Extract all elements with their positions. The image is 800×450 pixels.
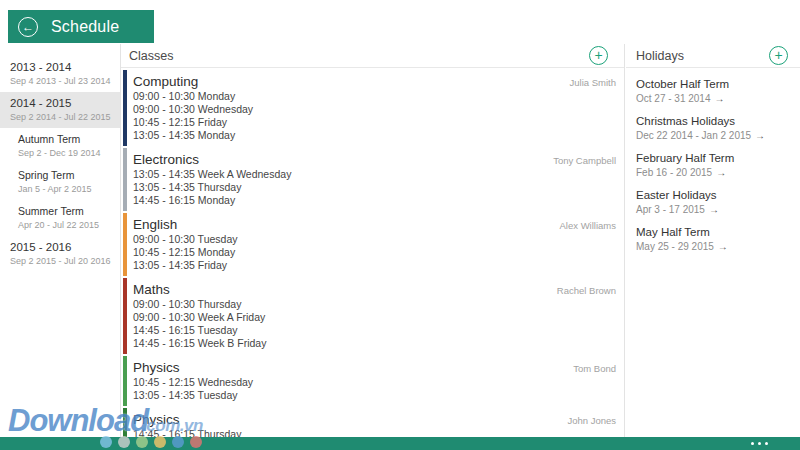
class-session: 14:45 - 16:15 Monday xyxy=(133,194,616,207)
watermark-dot xyxy=(100,436,112,448)
class-name: Computing xyxy=(133,74,198,90)
class-session: 13:05 - 14:35 Thursday xyxy=(133,181,616,194)
back-arrow-icon: ← xyxy=(22,20,34,32)
sidebar-term-item[interactable]: Summer TermApr 20 - Jul 22 2015 xyxy=(0,200,120,236)
sidebar-term-item[interactable]: Autumn TermSep 2 - Dec 19 2014 xyxy=(0,128,120,164)
holiday-item[interactable]: Christmas HolidaysDec 22 2014 - Jan 2 20… xyxy=(626,109,800,146)
class-session: 14:45 - 16:15 Thursday xyxy=(133,428,616,437)
class-name: Maths xyxy=(133,282,170,298)
sidebar-item-title: Spring Term xyxy=(18,168,114,182)
add-class-button[interactable]: + xyxy=(589,46,608,65)
class-teacher: Tom Bond xyxy=(573,363,616,374)
holidays-panel: Holidays + October Half TermOct 27 - 31 … xyxy=(626,44,800,437)
class-teacher: Rachel Brown xyxy=(557,285,616,296)
arrow-right-icon: → xyxy=(715,93,725,104)
classes-panel: Classes + ComputingJulia Smith09:00 - 10… xyxy=(120,44,625,437)
app-header: ← Schedule xyxy=(8,10,154,43)
holidays-panel-header: Holidays + xyxy=(626,44,800,68)
class-name: English xyxy=(133,217,177,233)
class-session: 09:00 - 10:30 Tuesday xyxy=(133,233,616,246)
watermark-dot xyxy=(118,436,130,448)
class-session: 14:45 - 16:15 Tuesday xyxy=(133,324,616,337)
class-session: 10:45 - 12:15 Wednesday xyxy=(133,376,616,389)
sidebar-item-dates: Apr 20 - Jul 22 2015 xyxy=(18,219,114,231)
holiday-dates: Oct 27 - 31 2014 xyxy=(636,93,711,104)
class-name: Physics xyxy=(133,412,180,428)
holiday-name: October Half Term xyxy=(636,77,800,91)
watermark-dot xyxy=(172,436,184,448)
holiday-dates: Feb 16 - 20 2015 xyxy=(636,167,712,178)
holiday-item[interactable]: May Half TermMay 25 - 29 2015→ xyxy=(626,220,800,257)
holiday-name: May Half Term xyxy=(636,225,800,239)
class-teacher: Alex Williams xyxy=(560,220,616,231)
class-color-bar xyxy=(123,356,127,406)
sidebar: 2013 - 2014Sep 4 2013 - Jul 23 20142014 … xyxy=(0,56,120,272)
sidebar-term-item[interactable]: Spring TermJan 5 - Apr 2 2015 xyxy=(0,164,120,200)
more-button[interactable] xyxy=(751,442,768,445)
class-color-bar xyxy=(123,148,127,211)
classes-title: Classes xyxy=(129,49,173,63)
class-color-bar xyxy=(123,70,127,146)
holiday-name: February Half Term xyxy=(636,151,800,165)
class-card[interactable]: ComputingJulia Smith09:00 - 10:30 Monday… xyxy=(121,68,624,146)
class-card[interactable]: ElectronicsTony Campbell13:05 - 14:35 We… xyxy=(121,146,624,211)
holiday-dates: Apr 3 - 17 2015 xyxy=(636,204,705,215)
class-name: Physics xyxy=(133,360,180,376)
sidebar-item-title: 2013 - 2014 xyxy=(10,60,114,74)
class-name: Electronics xyxy=(133,152,199,168)
class-session: 10:45 - 12:15 Friday xyxy=(133,116,616,129)
class-color-bar xyxy=(123,278,127,354)
class-card[interactable]: MathsRachel Brown09:00 - 10:30 Thursday0… xyxy=(121,276,624,354)
sidebar-item-dates: Jan 5 - Apr 2 2015 xyxy=(18,183,114,195)
class-session: 09:00 - 10:30 Week A Friday xyxy=(133,311,616,324)
classes-list: ComputingJulia Smith09:00 - 10:30 Monday… xyxy=(121,68,624,437)
holiday-dates: May 25 - 29 2015 xyxy=(636,241,714,252)
holiday-item[interactable]: Easter HolidaysApr 3 - 17 2015→ xyxy=(626,183,800,220)
sidebar-item-title: Autumn Term xyxy=(18,132,114,146)
sidebar-year-item[interactable]: 2014 - 2015Sep 2 2014 - Jul 22 2015 xyxy=(0,92,120,128)
class-card[interactable]: EnglishAlex Williams09:00 - 10:30 Tuesda… xyxy=(121,211,624,276)
watermark-dots xyxy=(100,436,202,448)
class-session: 10:45 - 12:15 Monday xyxy=(133,246,616,259)
holiday-item[interactable]: October Half TermOct 27 - 31 2014→ xyxy=(626,72,800,109)
class-session: 09:00 - 10:30 Thursday xyxy=(133,298,616,311)
class-card[interactable]: PhysicsTom Bond10:45 - 12:15 Wednesday13… xyxy=(121,354,624,406)
class-session: 13:05 - 14:35 Monday xyxy=(133,129,616,142)
sidebar-item-title: 2015 - 2016 xyxy=(10,240,114,254)
sidebar-item-dates: Sep 2 - Dec 19 2014 xyxy=(18,147,114,159)
watermark-dot xyxy=(190,436,202,448)
sidebar-year-item[interactable]: 2013 - 2014Sep 4 2013 - Jul 23 2014 xyxy=(0,56,120,92)
class-teacher: John Jones xyxy=(567,415,616,426)
holidays-list: October Half TermOct 27 - 31 2014→Christ… xyxy=(626,68,800,257)
holidays-title: Holidays xyxy=(636,49,684,63)
class-color-bar xyxy=(123,408,127,437)
arrow-right-icon: → xyxy=(718,241,728,252)
holiday-name: Christmas Holidays xyxy=(636,114,800,128)
page-title: Schedule xyxy=(51,18,119,36)
app-window: ← Schedule 2013 - 2014Sep 4 2013 - Jul 2… xyxy=(0,0,800,450)
sidebar-item-title: 2014 - 2015 xyxy=(10,96,114,110)
class-session: 09:00 - 10:30 Monday xyxy=(133,90,616,103)
class-teacher: Tony Campbell xyxy=(553,155,616,166)
watermark-dot xyxy=(136,436,148,448)
arrow-right-icon: → xyxy=(709,204,719,215)
class-session: 13:05 - 14:35 Tuesday xyxy=(133,389,616,402)
class-session: 09:00 - 10:30 Wednesday xyxy=(133,103,616,116)
holiday-name: Easter Holidays xyxy=(636,188,800,202)
sidebar-item-dates: Sep 2 2015 - Jul 20 2016 xyxy=(10,255,114,267)
sidebar-item-dates: Sep 4 2013 - Jul 23 2014 xyxy=(10,75,114,87)
class-session: 14:45 - 16:15 Week B Friday xyxy=(133,337,616,350)
sidebar-item-title: Summer Term xyxy=(18,204,114,218)
class-color-bar xyxy=(123,213,127,276)
sidebar-item-dates: Sep 2 2014 - Jul 22 2015 xyxy=(10,111,114,123)
classes-panel-header: Classes + xyxy=(121,44,624,68)
add-holiday-button[interactable]: + xyxy=(769,46,788,65)
class-teacher: Julia Smith xyxy=(570,77,616,88)
sidebar-year-item[interactable]: 2015 - 2016Sep 2 2015 - Jul 20 2016 xyxy=(0,236,120,272)
arrow-right-icon: → xyxy=(716,167,726,178)
holiday-dates: Dec 22 2014 - Jan 2 2015 xyxy=(636,130,751,141)
arrow-right-icon: → xyxy=(755,130,765,141)
back-button[interactable]: ← xyxy=(18,17,38,37)
holiday-item[interactable]: February Half TermFeb 16 - 20 2015→ xyxy=(626,146,800,183)
class-card[interactable]: PhysicsJohn Jones14:45 - 16:15 Thursday xyxy=(121,406,624,437)
